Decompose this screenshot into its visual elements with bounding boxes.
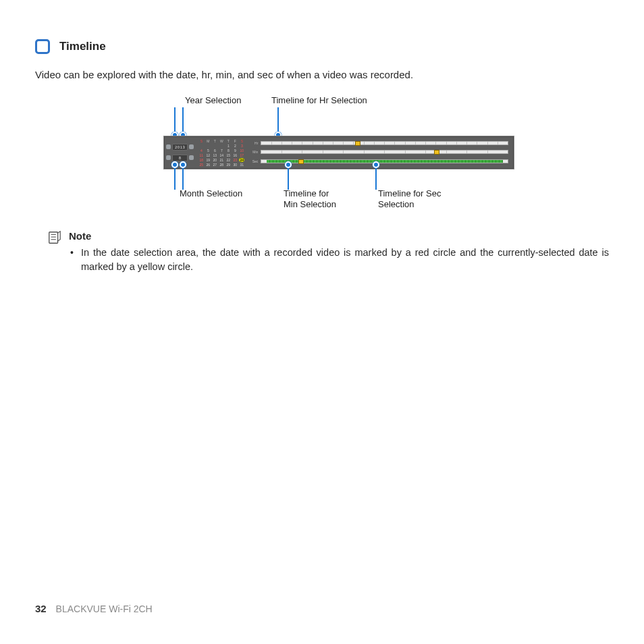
hr-track-row: Hr	[250, 141, 508, 145]
note-icon	[47, 230, 62, 245]
timeline-ui-preview: 2013 8 S M T W T F S	[163, 136, 514, 169]
heading-text: Timeline	[59, 40, 106, 53]
month-value: 8	[172, 155, 188, 161]
square-bullet-icon	[35, 39, 50, 54]
min-track-label: Min	[250, 150, 258, 154]
label-min-selection: Timeline for Min Selection	[284, 188, 336, 211]
calendar-grid: S M T W T F S 123 45678910 1112131415161…	[196, 136, 247, 169]
hr-marker[interactable]	[355, 141, 360, 146]
year-prev-button[interactable]	[166, 144, 171, 149]
cal-head: W	[219, 139, 224, 143]
min-marker[interactable]	[434, 150, 439, 155]
note-title: Note	[69, 230, 609, 242]
label-year-selection: Year Selection	[185, 95, 241, 106]
hr-track-label: Hr	[250, 141, 258, 145]
note-body: Note In the date selection area, the dat…	[69, 230, 609, 275]
cal-head-sun: S	[198, 139, 204, 143]
cal-head: F	[232, 139, 238, 143]
cal-head: T	[212, 139, 217, 143]
note-bullet: In the date selection area, the date wit…	[69, 246, 609, 275]
min-track-row: Min	[250, 150, 508, 154]
page-number: 32	[35, 603, 47, 614]
intro-paragraph: Video can be explored with the date, hr,…	[35, 68, 609, 83]
note-block: Note In the date selection area, the dat…	[47, 230, 609, 275]
sec-track-label: Sec	[250, 159, 258, 163]
cal-head-sat: S	[239, 139, 244, 143]
calendar-selected-day[interactable]: 24	[239, 158, 244, 162]
label-sec-selection: Timeline for Sec Selection	[378, 188, 441, 211]
min-track[interactable]	[261, 150, 508, 154]
label-hr-selection: Timeline for Hr Selection	[271, 95, 367, 106]
sec-track[interactable]	[261, 159, 508, 163]
section-heading: Timeline	[35, 39, 609, 54]
page-footer: 32 BLACKVUE Wi-Fi 2CH	[35, 603, 153, 614]
year-value: 2013	[172, 144, 188, 151]
year-next-button[interactable]	[189, 144, 194, 149]
month-next-button[interactable]	[189, 155, 194, 160]
sec-marker[interactable]	[298, 159, 304, 164]
month-prev-button[interactable]	[166, 155, 171, 160]
label-month-selection: Month Selection	[180, 188, 242, 199]
cal-head: T	[225, 139, 231, 143]
product-name: BLACKVUE Wi-Fi 2CH	[56, 603, 153, 614]
timeline-diagram: Year Selection Timeline for Hr Selection…	[35, 95, 609, 217]
svg-rect-0	[49, 232, 58, 243]
cal-head: M	[205, 139, 211, 143]
hr-track[interactable]	[261, 141, 508, 145]
